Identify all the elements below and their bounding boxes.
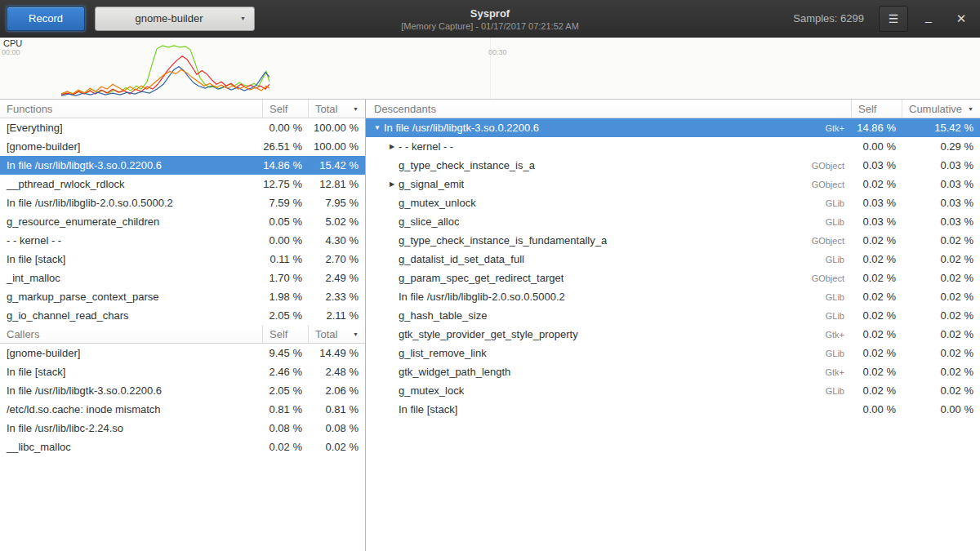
table-row[interactable]: In file /usr/lib/libglib-2.0.so.0.5000.2… [0,193,365,212]
expander-collapsed-icon[interactable]: ▶ [385,175,399,193]
row-total-percent: 100.00 % [308,122,365,134]
tree-row[interactable]: g_slice_allocGLib0.03 %0.03 % [366,212,980,231]
row-total-percent: 2.06 % [308,384,365,397]
tree-row[interactable]: g_mutex_unlockGLib0.03 %0.03 % [366,193,980,212]
menu-button[interactable]: ☰ [879,6,908,32]
row-cumulative-percent: 15.42 % [902,122,980,134]
table-row[interactable]: __pthread_rwlock_rdlock12.75 %12.81 % [0,175,365,193]
row-self-percent: 0.08 % [262,422,308,434]
functions-table-header: Functions Self Total ▼ [0,100,365,118]
table-row[interactable]: __libc_malloc0.02 %0.02 % [0,438,365,456]
table-row[interactable]: g_io_channel_read_chars2.05 %2.11 % [0,306,365,325]
category-label: GObject [812,236,851,246]
table-row[interactable]: In file [stack]2.46 %2.48 % [0,362,365,381]
tree-row[interactable]: In file [stack]0.00 %0.00 % [366,400,980,419]
category-label: Gtk+ [825,330,851,340]
row-name: __libc_malloc [0,441,262,453]
tree-row[interactable]: gtk_style_provider_get_style_propertyGtk… [366,325,980,344]
column-header-total[interactable]: Total ▼ [308,100,365,118]
tree-row[interactable]: g_list_remove_linkGLib0.02 %0.02 % [366,344,980,362]
row-self-percent: 0.02 % [851,253,902,265]
table-row[interactable]: [gnome-builder]26.51 %100.00 % [0,137,365,156]
category-label: GLib [826,255,851,264]
expander-collapsed-icon[interactable]: ▶ [385,137,399,156]
row-name: g_hash_table_size [399,309,487,322]
row-name: g_io_channel_read_chars [0,309,262,322]
process-selector-dropdown[interactable]: gnome-builder ▼ [95,7,255,31]
callers-table: [gnome-builder]9.45 %14.49 %In file [sta… [0,344,365,456]
tree-row[interactable]: g_mutex_lockGLib0.02 %0.02 % [366,381,980,400]
minimize-button[interactable]: – [916,6,941,32]
tree-row[interactable]: ▼In file /usr/lib/libgtk-3.so.0.2200.6Gt… [366,118,980,137]
table-row[interactable]: [Everything]0.00 %100.00 % [0,118,365,137]
row-name-cell: gtk_widget_path_lengthGtk+ [366,366,851,378]
tree-row[interactable]: In file /usr/lib/libglib-2.0.so.0.5000.2… [366,287,980,306]
expander-expanded-icon[interactable]: ▼ [371,118,384,137]
record-button[interactable]: Record [7,7,85,31]
tree-row[interactable]: ▶g_signal_emitGObject0.02 %0.03 % [366,175,980,193]
table-row[interactable]: In file /usr/lib/libc-2.24.so0.08 %0.08 … [0,419,365,438]
table-row[interactable]: In file /usr/lib/libgtk-3.so.0.2200.62.0… [0,381,365,400]
table-row[interactable]: /etc/ld.so.cache: inode mismatch0.81 %0.… [0,400,365,419]
window-title: Sysprof [470,7,510,20]
row-self-percent: 1.70 % [262,272,308,284]
row-total-percent: 14.49 % [308,347,365,359]
column-header-functions[interactable]: Functions [0,100,262,118]
row-total-percent: 12.81 % [308,178,365,190]
left-panel: Functions Self Total ▼ [Everything]0.00 … [0,100,366,551]
row-total-percent: 0.81 % [308,403,365,415]
tree-row[interactable]: g_type_check_instance_is_aGObject0.03 %0… [366,156,980,175]
column-header-self[interactable]: Self [262,325,308,343]
column-header-self[interactable]: Self [262,100,308,118]
tree-row[interactable]: g_datalist_id_set_data_fullGLib0.02 %0.0… [366,250,980,269]
row-self-percent: 0.02 % [851,366,902,378]
row-self-percent: 0.00 % [262,234,308,247]
close-button[interactable]: ✕ [949,6,973,32]
samples-count: Samples: 6299 [793,12,864,24]
row-self-percent: 9.45 % [262,347,308,359]
row-name-cell: In file [stack] [366,403,851,415]
table-row[interactable]: _int_malloc1.70 %2.49 % [0,269,365,287]
row-total-percent: 15.42 % [308,159,365,171]
column-header-total[interactable]: Total ▼ [308,325,365,343]
row-name-cell: In file /usr/lib/libglib-2.0.so.0.5000.2… [366,291,851,303]
tree-row[interactable]: ▶- - kernel - -0.00 %0.29 % [366,137,980,156]
column-header-callers[interactable]: Callers [0,325,262,343]
row-name-cell: ▶- - kernel - - [366,137,851,156]
table-row[interactable]: g_resource_enumerate_children0.05 %5.02 … [0,212,365,231]
row-cumulative-percent: 0.00 % [902,403,980,415]
row-total-percent: 5.02 % [308,216,365,228]
headerbar: Record gnome-builder ▼ Sysprof [Memory C… [0,0,980,38]
process-selector-label: gnome-builder [135,12,203,24]
cpu-graph[interactable]: CPU 00:00 00:30 [0,38,980,100]
table-row[interactable]: [gnome-builder]9.45 %14.49 % [0,344,365,362]
column-header-cumulative[interactable]: Cumulative ▼ [902,100,980,118]
table-row[interactable]: In file /usr/lib/libgtk-3.so.0.2200.614.… [0,156,365,175]
tree-row[interactable]: g_param_spec_get_redirect_targetGObject0… [366,269,980,287]
table-row[interactable]: - - kernel - -0.00 %4.30 % [0,231,365,250]
row-total-percent: 7.95 % [308,197,365,209]
category-label: GLib [826,198,851,208]
sort-indicator-icon: ▼ [353,331,359,337]
row-self-percent: 0.00 % [851,140,902,153]
column-header-descendants[interactable]: Descendants [366,100,851,118]
column-header-self[interactable]: Self [851,100,902,118]
row-total-percent: 2.48 % [308,366,365,378]
descendants-table: ▼In file /usr/lib/libgtk-3.so.0.2200.6Gt… [366,118,980,419]
table-row[interactable]: In file [stack]0.11 %2.70 % [0,250,365,269]
row-self-percent: 0.02 % [851,328,902,340]
row-name: In file /usr/lib/libglib-2.0.so.0.5000.2 [399,291,565,303]
tree-row[interactable]: g_type_check_instance_is_fundamentally_a… [366,231,980,250]
tree-row[interactable]: g_hash_table_sizeGLib0.02 %0.02 % [366,306,980,325]
row-name: g_resource_enumerate_children [0,216,262,228]
table-row[interactable]: g_markup_parse_context_parse1.98 %2.33 % [0,287,365,306]
cpu-green-line [61,46,270,94]
row-self-percent: 0.00 % [262,122,308,134]
tree-row[interactable]: gtk_widget_path_lengthGtk+0.02 %0.02 % [366,362,980,381]
row-cumulative-percent: 0.03 % [902,197,980,209]
row-name-cell: ▼In file /usr/lib/libgtk-3.so.0.2200.6Gt… [366,118,851,137]
category-label: GLib [826,217,851,227]
row-cumulative-percent: 0.02 % [902,272,980,284]
headerbar-right-controls: Samples: 6299 ☰ – ✕ [793,6,973,32]
row-name: g_markup_parse_context_parse [0,291,262,303]
